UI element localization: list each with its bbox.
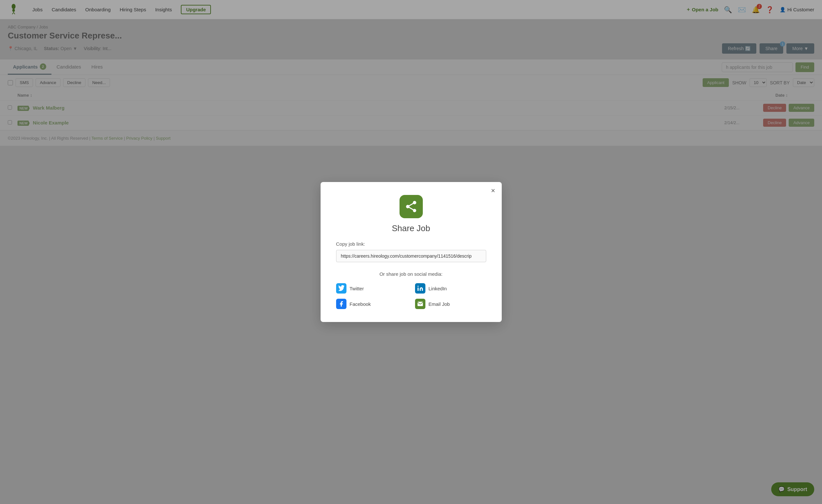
linkedin-share[interactable]: LinkedIn — [415, 283, 486, 294]
job-link-input[interactable] — [336, 250, 486, 262]
svg-point-4 — [417, 286, 418, 287]
twitter-share[interactable]: Twitter — [336, 283, 407, 294]
twitter-icon — [336, 283, 347, 294]
facebook-icon — [336, 299, 347, 309]
share-icon — [400, 195, 423, 218]
email-icon — [415, 299, 425, 309]
modal-title: Share Job — [336, 223, 486, 233]
email-share[interactable]: Email Job — [415, 299, 486, 309]
modal-close-button[interactable]: × — [491, 187, 495, 194]
copy-label: Copy job link: — [336, 241, 486, 247]
linkedin-icon — [415, 283, 425, 294]
share-job-modal: × Share Job Copy job link: Or share job … — [321, 182, 502, 322]
facebook-share[interactable]: Facebook — [336, 299, 407, 309]
social-grid: Twitter LinkedIn Facebook — [336, 283, 486, 309]
social-label: Or share job on social media: — [336, 271, 486, 277]
modal-overlay[interactable]: × Share Job Copy job link: Or share job … — [0, 0, 822, 504]
